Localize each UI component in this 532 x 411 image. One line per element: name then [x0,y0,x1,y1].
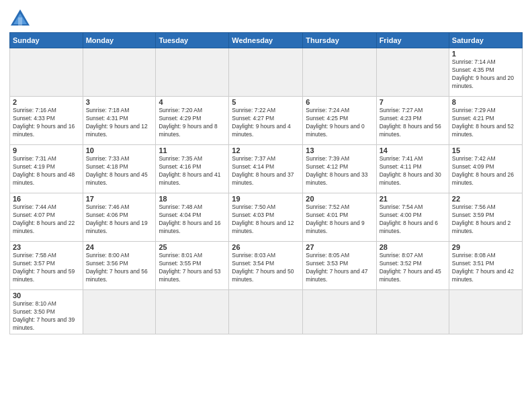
day-cell: 24Sunrise: 8:00 AM Sunset: 3:56 PM Dayli… [83,242,156,290]
day-number: 15 [452,146,519,154]
day-cell [10,48,83,97]
week-row-3: 16Sunrise: 7:44 AM Sunset: 4:07 PM Dayli… [10,193,523,242]
day-cell: 10Sunrise: 7:33 AM Sunset: 4:18 PM Dayli… [83,145,156,193]
day-cell: 23Sunrise: 7:58 AM Sunset: 3:57 PM Dayli… [10,242,83,290]
day-cell: 22Sunrise: 7:56 AM Sunset: 3:59 PM Dayli… [449,193,522,242]
day-cell: 17Sunrise: 7:46 AM Sunset: 4:06 PM Dayli… [83,193,156,242]
day-cell [449,290,522,334]
weekday-header-friday: Friday [376,33,449,48]
day-number: 24 [86,243,153,251]
day-cell: 1Sunrise: 7:14 AM Sunset: 4:35 PM Daylig… [449,48,522,97]
week-row-2: 9Sunrise: 7:31 AM Sunset: 4:19 PM Daylig… [10,145,523,193]
day-number: 4 [159,98,226,106]
logo-icon [9,8,31,27]
logo [9,8,34,27]
day-number: 3 [86,98,153,106]
day-cell [376,290,449,334]
day-number: 25 [159,243,226,251]
day-cell [83,290,156,334]
day-cell: 6Sunrise: 7:24 AM Sunset: 4:25 PM Daylig… [303,97,376,145]
day-cell: 25Sunrise: 8:01 AM Sunset: 3:55 PM Dayli… [156,242,229,290]
day-info: Sunrise: 8:07 AM Sunset: 3:52 PM Dayligh… [380,252,446,284]
day-number: 20 [306,195,373,203]
day-info: Sunrise: 7:37 AM Sunset: 4:14 PM Dayligh… [232,155,300,187]
day-cell: 16Sunrise: 7:44 AM Sunset: 4:07 PM Dayli… [10,193,83,242]
day-cell: 2Sunrise: 7:16 AM Sunset: 4:33 PM Daylig… [10,97,83,145]
weekday-header-sunday: Sunday [10,33,83,48]
day-cell [156,290,229,334]
day-number: 14 [380,146,446,154]
day-number: 11 [159,146,226,154]
weekday-header-wednesday: Wednesday [229,33,303,48]
day-number: 5 [232,98,300,106]
day-cell: 3Sunrise: 7:18 AM Sunset: 4:31 PM Daylig… [83,97,156,145]
day-info: Sunrise: 8:00 AM Sunset: 3:56 PM Dayligh… [86,252,153,284]
day-info: Sunrise: 7:56 AM Sunset: 3:59 PM Dayligh… [452,203,519,236]
day-info: Sunrise: 7:33 AM Sunset: 4:18 PM Dayligh… [86,155,153,187]
day-number: 16 [13,195,80,203]
day-number: 13 [306,146,373,154]
calendar: SundayMondayTuesdayWednesdayThursdayFrid… [9,32,523,334]
day-cell: 29Sunrise: 8:08 AM Sunset: 3:51 PM Dayli… [449,242,522,290]
day-info: Sunrise: 7:22 AM Sunset: 4:27 PM Dayligh… [232,107,300,139]
day-cell: 21Sunrise: 7:54 AM Sunset: 4:00 PM Dayli… [376,193,449,242]
day-cell: 30Sunrise: 8:10 AM Sunset: 3:50 PM Dayli… [10,290,83,334]
day-cell: 18Sunrise: 7:48 AM Sunset: 4:04 PM Dayli… [156,193,229,242]
day-info: Sunrise: 8:01 AM Sunset: 3:55 PM Dayligh… [159,252,226,284]
day-info: Sunrise: 7:48 AM Sunset: 4:04 PM Dayligh… [159,203,226,236]
day-cell: 19Sunrise: 7:50 AM Sunset: 4:03 PM Dayli… [229,193,303,242]
day-info: Sunrise: 7:35 AM Sunset: 4:16 PM Dayligh… [159,155,226,187]
day-cell: 8Sunrise: 7:29 AM Sunset: 4:21 PM Daylig… [449,97,522,145]
day-info: Sunrise: 7:42 AM Sunset: 4:09 PM Dayligh… [452,155,519,187]
svg-rect-2 [18,17,22,26]
day-number: 22 [452,195,519,203]
day-cell [229,48,303,97]
day-info: Sunrise: 7:29 AM Sunset: 4:21 PM Dayligh… [452,107,519,139]
day-info: Sunrise: 7:39 AM Sunset: 4:12 PM Dayligh… [306,155,373,187]
day-number: 7 [380,98,446,106]
day-cell: 7Sunrise: 7:27 AM Sunset: 4:23 PM Daylig… [376,97,449,145]
day-info: Sunrise: 8:10 AM Sunset: 3:50 PM Dayligh… [13,300,80,332]
day-info: Sunrise: 7:52 AM Sunset: 4:01 PM Dayligh… [306,203,373,236]
day-number: 21 [380,195,446,203]
day-number: 9 [13,146,80,154]
weekday-header-thursday: Thursday [303,33,376,48]
day-info: Sunrise: 7:41 AM Sunset: 4:11 PM Dayligh… [380,155,446,187]
day-number: 1 [452,50,519,58]
day-cell [156,48,229,97]
day-cell: 9Sunrise: 7:31 AM Sunset: 4:19 PM Daylig… [10,145,83,193]
day-info: Sunrise: 7:31 AM Sunset: 4:19 PM Dayligh… [13,155,80,187]
day-cell: 28Sunrise: 8:07 AM Sunset: 3:52 PM Dayli… [376,242,449,290]
day-number: 28 [380,243,446,251]
day-cell: 15Sunrise: 7:42 AM Sunset: 4:09 PM Dayli… [449,145,522,193]
week-row-4: 23Sunrise: 7:58 AM Sunset: 3:57 PM Dayli… [10,242,523,290]
day-info: Sunrise: 8:08 AM Sunset: 3:51 PM Dayligh… [452,252,519,284]
day-cell [303,290,376,334]
weekday-header-saturday: Saturday [449,33,522,48]
day-cell [229,290,303,334]
day-info: Sunrise: 7:18 AM Sunset: 4:31 PM Dayligh… [86,107,153,139]
day-cell: 11Sunrise: 7:35 AM Sunset: 4:16 PM Dayli… [156,145,229,193]
day-number: 26 [232,243,300,251]
day-number: 2 [13,98,80,106]
day-info: Sunrise: 8:05 AM Sunset: 3:53 PM Dayligh… [306,252,373,284]
day-info: Sunrise: 7:46 AM Sunset: 4:06 PM Dayligh… [86,203,153,236]
day-info: Sunrise: 7:58 AM Sunset: 3:57 PM Dayligh… [13,252,80,284]
day-number: 29 [452,243,519,251]
day-cell: 14Sunrise: 7:41 AM Sunset: 4:11 PM Dayli… [376,145,449,193]
day-info: Sunrise: 7:44 AM Sunset: 4:07 PM Dayligh… [13,203,80,236]
week-row-0: 1Sunrise: 7:14 AM Sunset: 4:35 PM Daylig… [10,48,523,97]
day-info: Sunrise: 7:20 AM Sunset: 4:29 PM Dayligh… [159,107,226,139]
weekday-header-monday: Monday [83,33,156,48]
day-cell [83,48,156,97]
day-info: Sunrise: 7:50 AM Sunset: 4:03 PM Dayligh… [232,203,300,236]
day-info: Sunrise: 7:14 AM Sunset: 4:35 PM Dayligh… [452,58,519,91]
day-info: Sunrise: 8:03 AM Sunset: 3:54 PM Dayligh… [232,252,300,284]
day-info: Sunrise: 7:27 AM Sunset: 4:23 PM Dayligh… [380,107,446,139]
day-number: 18 [159,195,226,203]
day-cell: 27Sunrise: 8:05 AM Sunset: 3:53 PM Dayli… [303,242,376,290]
day-cell: 5Sunrise: 7:22 AM Sunset: 4:27 PM Daylig… [229,97,303,145]
week-row-5: 30Sunrise: 8:10 AM Sunset: 3:50 PM Dayli… [10,290,523,334]
day-number: 27 [306,243,373,251]
day-cell: 26Sunrise: 8:03 AM Sunset: 3:54 PM Dayli… [229,242,303,290]
